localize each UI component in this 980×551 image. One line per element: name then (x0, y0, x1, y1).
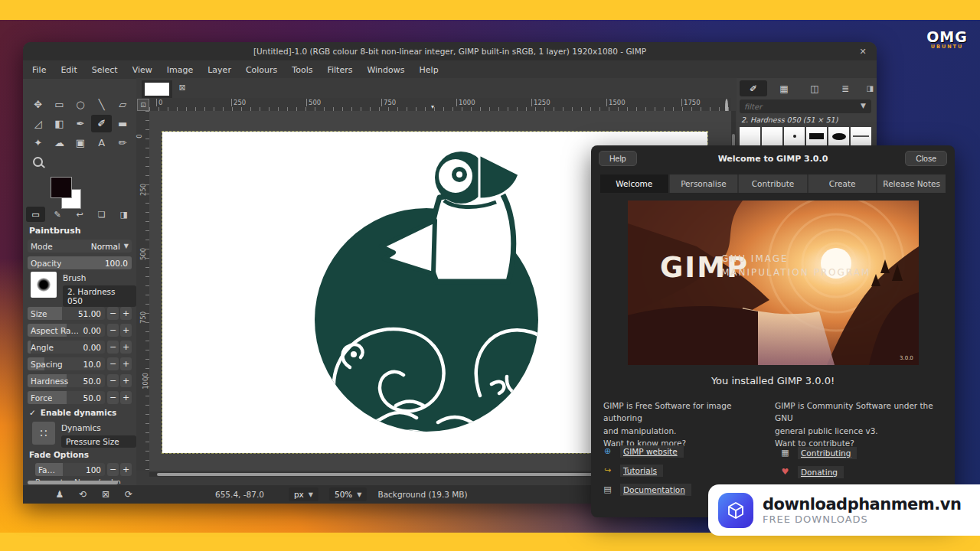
brush-filter-input[interactable] (740, 99, 871, 113)
path-tool-icon[interactable]: ╲ (91, 96, 113, 113)
hardness-increase-button[interactable]: + (120, 374, 132, 387)
brushes-tab-icon[interactable]: ✐ (740, 80, 767, 96)
tutorials-label[interactable]: Tutorials (620, 465, 663, 477)
brush-name[interactable]: 2. Hardness 050 (63, 285, 136, 307)
hardness-decrease-button[interactable]: − (107, 374, 119, 387)
patterns-tab-icon[interactable]: ▦ (770, 80, 798, 96)
smudge-tool-icon[interactable]: ☁ (49, 134, 70, 152)
pencil-tool-icon[interactable]: ✏ (112, 134, 133, 152)
move-tool-icon[interactable]: ✥ (28, 96, 49, 113)
donating-link[interactable]: ♥ Donating (779, 465, 844, 479)
clone-tool-icon[interactable]: ▣ (70, 134, 91, 152)
brush-thumb-4[interactable] (806, 127, 827, 145)
horizontal-ruler[interactable]: 0 250 500 750 1000 1250 1500 1750 ▾ (149, 98, 731, 112)
tab-create[interactable]: Create (808, 174, 877, 193)
size-increase-button[interactable]: + (120, 307, 132, 320)
unit-select[interactable]: px▼ (289, 487, 318, 501)
crop-tool-icon[interactable]: ▱ (112, 96, 133, 113)
undo-history-tab-icon[interactable]: ↩ (70, 207, 90, 222)
brush-thumb-1[interactable] (740, 127, 760, 145)
size-row[interactable]: Size 51.00 −+ (28, 306, 132, 321)
mode-row[interactable]: Mode Normal ▼ (28, 239, 132, 253)
angle-increase-button[interactable]: + (120, 341, 132, 354)
menu-windows[interactable]: Windows (367, 65, 404, 75)
tutorials-link[interactable]: ↪ Tutorials (602, 463, 663, 478)
delete-preset-icon[interactable]: ⊠ (100, 489, 112, 500)
aspect-increase-button[interactable]: + (120, 324, 132, 337)
menu-edit[interactable]: Edit (60, 65, 77, 75)
brush-preview[interactable] (31, 272, 57, 298)
eraser-tool-icon[interactable]: ▬ (112, 115, 133, 132)
documentation-label[interactable]: Documentation (620, 484, 691, 496)
ruler-corner-icon[interactable]: ⊡ (137, 99, 149, 111)
device-status-tab-icon[interactable]: ✎ (48, 207, 67, 222)
force-row[interactable]: Force 50.0 −+ (28, 390, 132, 405)
window-close-icon[interactable]: ✕ (857, 45, 869, 57)
undo-icon[interactable]: ⟲ (77, 489, 89, 500)
vertical-ruler[interactable]: 0 250 500 750 1000 (136, 111, 150, 471)
menu-view[interactable]: View (132, 65, 152, 75)
menu-filters[interactable]: Filters (327, 65, 352, 75)
dynamics-icon[interactable]: ∷ (32, 422, 55, 445)
angle-decrease-button[interactable]: − (107, 341, 119, 354)
gimp-website-link[interactable]: ⊕ GIMP website (602, 444, 684, 458)
force-increase-button[interactable]: + (120, 391, 132, 404)
fonts-tab-icon[interactable]: ◫ (801, 80, 828, 96)
angle-row[interactable]: Angle 0.00 −+ (28, 340, 132, 354)
enable-dynamics-checkbox[interactable]: ✓ Enable dynamics (29, 408, 116, 417)
documentation-link[interactable]: ▤ Documentation (602, 482, 691, 497)
fade-decrease-button[interactable]: − (107, 463, 119, 476)
donating-label[interactable]: Donating (798, 466, 844, 478)
gimp-website-label[interactable]: GIMP website (620, 445, 684, 458)
menu-colours[interactable]: Colours (246, 65, 277, 75)
aspect-ratio-row[interactable]: Aspect Ra… 0.00 −+ (28, 323, 132, 337)
tab-welcome[interactable]: Welcome (600, 174, 668, 193)
title-bar[interactable]: [Untitled]-1.0 (RGB colour 8-bit non-lin… (23, 42, 877, 60)
save-preset-icon[interactable]: ♟ (54, 489, 66, 500)
rectangle-select-tool-icon[interactable]: ▭ (49, 96, 70, 113)
spacing-increase-button[interactable]: + (120, 357, 132, 370)
spacing-decrease-button[interactable]: − (107, 357, 119, 370)
fade-increase-button[interactable]: + (120, 463, 132, 476)
text-tool-icon[interactable]: A (91, 134, 113, 152)
fade-row[interactable]: Fa… 100 −+ (35, 462, 132, 477)
menu-help[interactable]: Help (420, 65, 439, 75)
brush-thumb-6[interactable] (851, 127, 871, 145)
image-tab[interactable] (142, 80, 172, 98)
contributing-label[interactable]: Contributing (798, 447, 857, 459)
ink-tool-icon[interactable]: ✒ (70, 115, 91, 132)
tool-options-hscrollbar[interactable] (28, 481, 118, 484)
dock-menu-icon[interactable]: ◨ (114, 207, 133, 222)
dynamics-value[interactable]: Pressure Size (61, 435, 136, 448)
menu-file[interactable]: File (32, 65, 46, 75)
foreground-color-swatch[interactable] (51, 177, 72, 198)
brush-thumb-5[interactable] (828, 127, 849, 145)
hardness-row[interactable]: Hardness 50.0 −+ (28, 373, 132, 388)
paintbrush-tool-icon[interactable]: ✐ (91, 115, 113, 132)
free-select-tool-icon[interactable]: ○ (70, 96, 91, 113)
transform-tool-icon[interactable]: ◿ (28, 115, 49, 132)
dialog-close-button[interactable]: Close (905, 151, 947, 166)
tab-personalise[interactable]: Personalise (670, 174, 738, 193)
menu-layer[interactable]: Layer (207, 65, 231, 75)
menu-select[interactable]: Select (92, 65, 118, 75)
size-decrease-button[interactable]: − (107, 307, 119, 320)
menu-image[interactable]: Image (167, 65, 193, 75)
zoom-tool-icon[interactable] (28, 153, 49, 171)
opacity-row[interactable]: Opacity 100.0 (28, 256, 132, 270)
bucket-fill-tool-icon[interactable]: ◧ (49, 115, 70, 132)
contributing-link[interactable]: ▦ Contributing (779, 445, 857, 460)
image-tab-close-icon[interactable]: ⊠ (176, 83, 188, 95)
tool-options-tab-icon[interactable]: ▭ (26, 207, 45, 222)
brush-thumb-2[interactable] (762, 127, 782, 145)
menu-tools[interactable]: Tools (292, 65, 312, 75)
brush-thumb-3[interactable] (784, 127, 805, 145)
aspect-decrease-button[interactable]: − (107, 324, 119, 337)
spacing-row[interactable]: Spacing 10.0 −+ (28, 357, 132, 371)
dock-minimize-icon[interactable]: ◨ (867, 84, 874, 93)
images-tab-icon[interactable]: ❏ (92, 207, 111, 222)
redo-icon[interactable]: ⟳ (122, 489, 135, 500)
zoom-select[interactable]: 50%▼ (329, 487, 368, 501)
tab-contribute[interactable]: Contribute (739, 174, 807, 193)
force-decrease-button[interactable]: − (107, 391, 119, 404)
